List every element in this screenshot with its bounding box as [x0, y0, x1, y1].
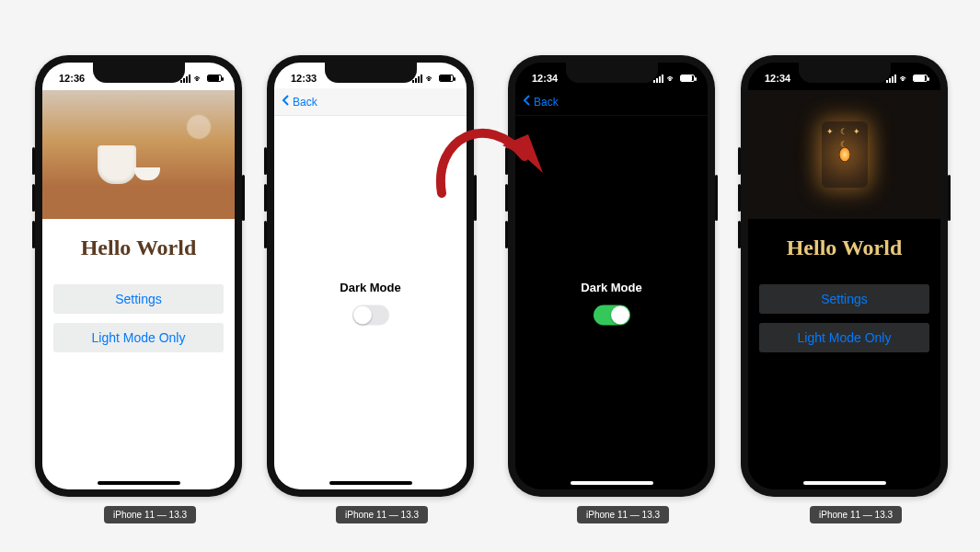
- light-mode-only-button[interactable]: Light Mode Only: [53, 323, 224, 352]
- back-button[interactable]: Back: [293, 96, 317, 109]
- device-frame: 12:33 ᯤ Back Dark Mode: [267, 55, 474, 497]
- wifi-icon: ᯤ: [900, 74, 909, 84]
- nav-bar: Back: [515, 88, 708, 116]
- clock: 12:34: [532, 73, 558, 84]
- battery-icon: [439, 75, 454, 82]
- toggle-label: Dark Mode: [340, 281, 400, 294]
- dark-mode-toggle[interactable]: [594, 305, 630, 326]
- back-chevron-icon[interactable]: [282, 95, 291, 109]
- wifi-icon: ᯤ: [194, 74, 203, 84]
- notch: [93, 63, 185, 83]
- hero-image: [42, 90, 235, 219]
- toggle-label: Dark Mode: [581, 281, 641, 294]
- device-label: iPhone 11 — 13.3: [104, 506, 196, 523]
- clock: 12:34: [765, 73, 790, 84]
- back-chevron-icon[interactable]: [523, 95, 532, 109]
- device-label: iPhone 11 — 13.3: [810, 506, 902, 523]
- status-icons: ᯤ: [886, 74, 928, 84]
- settings-button[interactable]: Settings: [759, 284, 929, 314]
- screen-home-dark: 12:34 ᯤ Hello World Settings Light Mode …: [748, 63, 940, 489]
- status-icons: ᯤ: [653, 74, 695, 84]
- settings-button[interactable]: Settings: [53, 284, 224, 314]
- nav-bar: Back: [274, 88, 467, 116]
- light-mode-only-button[interactable]: Light Mode Only: [759, 323, 929, 352]
- device-frame: 12:34 ᯤ Hello World Settings Light Mode …: [741, 55, 948, 497]
- clock: 12:36: [59, 73, 85, 84]
- content: Dark Mode: [274, 116, 467, 489]
- hero-image: [748, 90, 940, 219]
- page-title: Hello World: [748, 236, 940, 260]
- battery-icon: [680, 75, 695, 82]
- device-frame: 12:36 ᯤ Hello World Settings Light Mode …: [35, 55, 242, 497]
- wifi-icon: ᯤ: [667, 74, 676, 84]
- home-indicator[interactable]: [98, 481, 180, 485]
- wifi-icon: ᯤ: [426, 74, 435, 84]
- battery-icon: [913, 75, 928, 82]
- button-list: Settings Light Mode Only: [42, 284, 235, 352]
- notch: [566, 63, 658, 83]
- content: Dark Mode: [515, 116, 708, 489]
- toggle-group: Dark Mode: [274, 281, 467, 326]
- dark-mode-toggle[interactable]: [352, 305, 389, 326]
- status-icons: ᯤ: [412, 74, 454, 84]
- device-label: iPhone 11 — 13.3: [336, 506, 428, 523]
- toggle-group: Dark Mode: [515, 281, 708, 326]
- screen-settings-light: 12:33 ᯤ Back Dark Mode: [274, 63, 467, 489]
- clock: 12:33: [291, 73, 317, 84]
- device-frame: 12:34 ᯤ Back Dark Mode: [508, 55, 715, 497]
- device-label: iPhone 11 — 13.3: [577, 506, 669, 523]
- battery-icon: [207, 75, 222, 82]
- status-icons: ᯤ: [180, 74, 222, 84]
- page-title: Hello World: [42, 236, 235, 260]
- home-indicator[interactable]: [571, 481, 653, 485]
- home-indicator[interactable]: [329, 481, 412, 485]
- screen-home-light: 12:36 ᯤ Hello World Settings Light Mode …: [42, 63, 235, 489]
- notch: [799, 63, 891, 83]
- home-indicator[interactable]: [803, 481, 886, 485]
- notch: [325, 63, 417, 83]
- screen-settings-dark: 12:34 ᯤ Back Dark Mode: [515, 63, 708, 489]
- back-button[interactable]: Back: [534, 96, 559, 109]
- content: Hello World Settings Light Mode Only: [748, 90, 940, 489]
- button-list: Settings Light Mode Only: [748, 284, 940, 352]
- content: Hello World Settings Light Mode Only: [42, 90, 235, 489]
